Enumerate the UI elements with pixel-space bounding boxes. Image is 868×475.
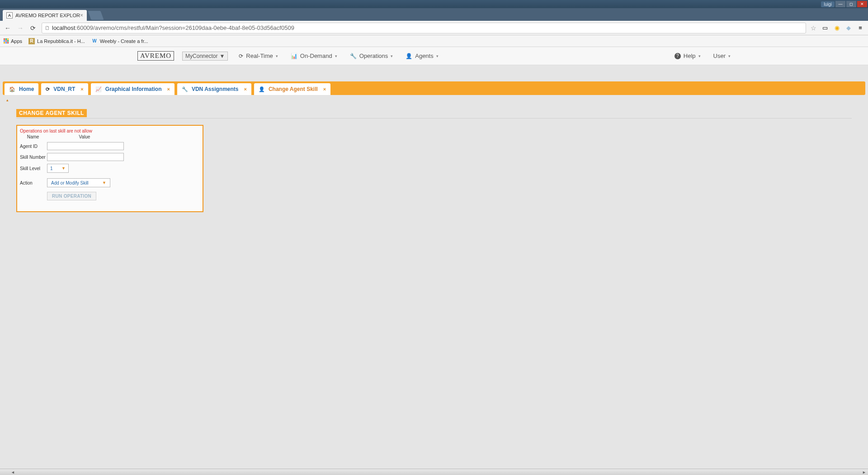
chevron-down-icon: ▾ <box>335 54 337 58</box>
content-area: CHANGE AGENT SKILL Operations on last sk… <box>0 103 868 218</box>
chart-icon: 📈 <box>95 86 102 92</box>
browser-menu-icon[interactable]: ≡ <box>856 24 864 32</box>
chevron-down-icon: ▼ <box>61 166 66 171</box>
bookmark-star-icon[interactable]: ☆ <box>811 24 816 32</box>
forward-button[interactable]: → <box>16 24 24 32</box>
label-skill-number: Skill Number <box>20 155 47 160</box>
os-user-badge: luigi <box>821 1 835 7</box>
refresh-icon: ⟳ <box>239 53 243 59</box>
window-titlebar: luigi — ◻ ✕ <box>0 0 868 8</box>
menu-user[interactable]: User ▾ <box>713 52 731 59</box>
browser-tab[interactable]: A AVREMO REPORT EXPLOR × <box>3 10 87 21</box>
tab-label: Graphical Information <box>105 86 162 92</box>
collapse-toggle-icon[interactable]: ▴ <box>3 97 12 103</box>
home-icon: 🏠 <box>9 86 15 92</box>
weebly-icon: W <box>91 38 98 44</box>
chevron-down-icon: ▾ <box>276 54 278 58</box>
app-viewport: AVREMO MyConnector ▼ ⟳ Real-Time ▾ 📊 On-… <box>0 47 868 469</box>
menu-label: User <box>713 52 726 59</box>
wrench-icon: 🔧 <box>350 53 357 59</box>
skill-level-select[interactable]: 1 ▼ <box>47 164 69 173</box>
user-icon: 👤 <box>259 86 265 92</box>
bookmark-label: Apps <box>11 38 22 44</box>
chevron-down-icon: ▾ <box>728 54 731 58</box>
row-skill-level: Skill Level 1 ▼ <box>20 164 200 173</box>
menu-realtime[interactable]: ⟳ Real-Time ▾ <box>239 52 278 59</box>
action-select[interactable]: Add or Modify Skill ▼ <box>47 178 110 187</box>
favicon-icon: A <box>6 12 13 19</box>
scroll-left-icon[interactable]: ◄ <box>11 470 15 475</box>
start-button[interactable] <box>2 470 11 475</box>
tab-home[interactable]: 🏠 Home <box>5 83 38 95</box>
tab-vdn-assignments[interactable]: 🔧 VDN Assignments × <box>177 83 251 95</box>
extension-icon[interactable]: ◆ <box>844 24 853 32</box>
url-host: localhost <box>52 24 75 31</box>
divider <box>16 118 852 119</box>
url-input[interactable]: 🗋 localhost:60009/avremo/cms/restful/Mai… <box>42 23 806 33</box>
tab-label: VDN Assignments <box>192 86 239 92</box>
label-skill-level: Skill Level <box>20 166 47 171</box>
menu-help[interactable]: ? Help ▾ <box>675 52 701 59</box>
menu-ondemand[interactable]: 📊 On-Demand ▾ <box>291 52 337 59</box>
chevron-down-icon: ▼ <box>102 180 106 185</box>
panel-title: CHANGE AGENT SKILL <box>16 109 87 117</box>
bookmark-label: Weebly - Create a fr... <box>100 38 148 44</box>
menu-operations[interactable]: 🔧 Operations ▾ <box>350 52 393 59</box>
skill-number-input[interactable] <box>47 153 124 161</box>
chevron-down-icon: ▼ <box>219 53 225 59</box>
app-menubar: AVREMO MyConnector ▼ ⟳ Real-Time ▾ 📊 On-… <box>0 47 868 65</box>
tab-label: VDN_RT <box>53 86 75 92</box>
chevron-down-icon: ▾ <box>391 54 393 58</box>
close-icon[interactable]: × <box>80 86 83 92</box>
os-taskbar: ◄ ► <box>0 469 868 475</box>
help-icon: ? <box>675 53 681 59</box>
app-logo: AVREMO <box>137 51 174 61</box>
apps-icon <box>4 38 9 43</box>
menu-label: Real-Time <box>246 52 273 59</box>
tab-vdn-rt[interactable]: ⟳ VDN_RT × <box>41 83 88 95</box>
apps-bookmark[interactable]: Apps <box>4 38 22 44</box>
agent-id-input[interactable] <box>47 142 124 150</box>
select-value: 1 <box>50 166 53 171</box>
close-icon[interactable]: × <box>244 86 247 92</box>
browser-tab-title: AVREMO REPORT EXPLOR <box>15 13 80 18</box>
extension-play-icon[interactable]: ◉ <box>833 24 841 32</box>
run-operation-button[interactable]: RUN OPERATION <box>47 192 96 200</box>
chart-icon: 📊 <box>291 53 297 59</box>
chevron-down-icon: ▾ <box>698 54 701 58</box>
row-action: Action Add or Modify Skill ▼ <box>20 178 200 187</box>
close-icon[interactable]: × <box>167 86 170 92</box>
chevron-down-icon: ▾ <box>436 54 439 58</box>
close-icon[interactable]: × <box>323 86 326 92</box>
connector-select[interactable]: MyConnector ▼ <box>182 52 228 61</box>
label-action: Action <box>20 180 47 185</box>
menu-label: Operations <box>359 52 388 59</box>
reload-button[interactable]: ⟳ <box>29 24 37 32</box>
new-tab-button[interactable] <box>88 11 104 20</box>
menu-agents[interactable]: 👤 Agents ▾ <box>406 52 438 59</box>
window-maximize-button[interactable]: ◻ <box>846 1 856 7</box>
window-close-button[interactable]: ✕ <box>857 1 867 7</box>
back-button[interactable]: ← <box>4 24 12 32</box>
change-agent-skill-form: Operations on last skill are not allow N… <box>16 125 203 212</box>
menu-label: On-Demand <box>300 52 332 59</box>
form-header: Name Value <box>20 134 200 139</box>
menu-label: Agents <box>415 52 433 59</box>
bookmark-weebly[interactable]: W Weebly - Create a fr... <box>91 38 148 44</box>
label-agent-id: Agent ID <box>20 144 47 149</box>
bookmark-repubblica[interactable]: R La Repubblica.it - H... <box>28 38 85 44</box>
row-agent-id: Agent ID <box>20 142 200 150</box>
window-minimize-button[interactable]: — <box>835 1 845 7</box>
tab-graphical[interactable]: 📈 Graphical Information × <box>91 83 175 95</box>
browser-tab-strip: A AVREMO REPORT EXPLOR × <box>0 8 868 21</box>
repubblica-icon: R <box>28 38 35 44</box>
column-value-header: Value <box>46 134 123 139</box>
document-tabs-container: 🏠 Home ⟳ VDN_RT × 📈 Graphical Informatio… <box>0 78 868 103</box>
cast-icon[interactable]: ▭ <box>821 24 829 32</box>
scroll-right-icon[interactable]: ► <box>862 470 866 475</box>
tab-close-icon[interactable]: × <box>80 12 83 19</box>
column-name-header: Name <box>20 134 46 139</box>
tab-change-agent-skill[interactable]: 👤 Change Agent Skill × <box>254 83 330 95</box>
user-icon: 👤 <box>406 53 412 59</box>
page-icon: 🗋 <box>45 25 50 31</box>
